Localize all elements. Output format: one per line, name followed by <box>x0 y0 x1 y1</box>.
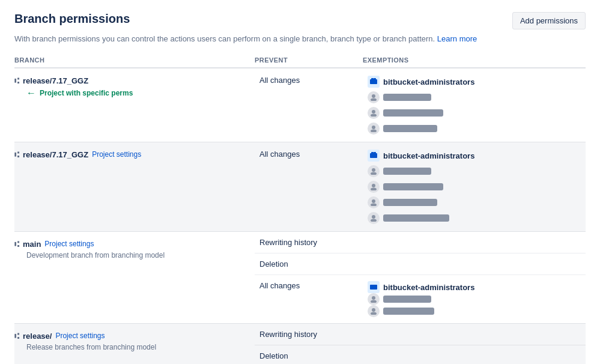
svg-rect-1 <box>371 78 374 80</box>
prevent-sub-cell: Rewriting history <box>255 232 363 253</box>
branch-sub-label: Release branches from branching model <box>14 343 250 351</box>
svg-point-16 <box>372 199 375 203</box>
svg-point-6 <box>371 114 377 117</box>
user-avatar-icon <box>368 165 380 177</box>
redacted-bar <box>383 168 431 175</box>
annotation-container: ← Project with specific perms <box>26 88 250 99</box>
branch-name: release/ <box>23 332 52 341</box>
exemption-name: bitbucket-administrators <box>383 151 474 160</box>
svg-point-15 <box>371 188 377 191</box>
exemption-row <box>368 91 581 103</box>
prevent-cell: All changes <box>255 68 363 142</box>
svg-rect-20 <box>370 285 377 290</box>
exemption-name: bitbucket-administrators <box>383 283 474 292</box>
user-avatar-icon <box>368 293 380 305</box>
branch-name: main <box>23 240 41 249</box>
exemption-sub-cell: bitbucket-administrators <box>363 275 586 323</box>
learn-more-link[interactable]: Learn more <box>437 34 477 43</box>
exemption-row <box>368 123 581 135</box>
user-avatar-icon <box>368 305 380 317</box>
branch-icon: ⑆ <box>14 150 19 159</box>
prevent-text: Deletion <box>259 259 288 268</box>
branch-sub-label: Development branch from branching model <box>14 251 250 259</box>
exemption-row <box>368 181 581 193</box>
prevent-sub-cell: Rewriting history <box>255 324 363 345</box>
svg-rect-9 <box>370 153 377 158</box>
prevent-cell: All changes <box>255 142 363 231</box>
annotation-text: Project with specific perms <box>40 89 133 97</box>
group-avatar-icon <box>368 76 380 88</box>
prevent-sub-cell: Deletion <box>255 253 363 275</box>
svg-rect-0 <box>370 79 377 84</box>
svg-point-4 <box>371 99 377 102</box>
user-avatar-icon <box>368 123 380 135</box>
prevent-text: All changes <box>259 150 358 159</box>
svg-point-12 <box>372 168 375 172</box>
col-header-prevent: Prevent <box>255 56 363 64</box>
redacted-bar <box>383 109 443 117</box>
col-header-branch: Branch <box>14 56 255 64</box>
prevent-sub-cell: Deletion <box>255 345 363 364</box>
exemptions-cell: bitbucket-administrators <box>363 68 586 142</box>
table-row: ⑆ release/ Project settings Release bran… <box>14 324 586 364</box>
branch-cell: ⑆ release/7.17_GGZ Project settings <box>14 142 255 231</box>
exemption-sub-cell <box>363 324 586 345</box>
svg-rect-11 <box>374 152 376 154</box>
svg-point-22 <box>371 300 377 303</box>
branch-name-row: ⑆ release/7.17_GGZ Project settings <box>14 150 250 159</box>
user-avatar-icon <box>368 107 380 119</box>
table-row: ⑆ release/7.17_GGZ Project settings All … <box>14 142 586 232</box>
project-settings-link[interactable]: Project settings <box>92 150 141 159</box>
svg-point-14 <box>372 184 375 187</box>
svg-point-18 <box>372 215 375 219</box>
exemption-row: bitbucket-administrators <box>368 150 581 162</box>
svg-point-23 <box>372 308 375 312</box>
prevent-text: Rewriting history <box>259 238 317 247</box>
table-row: ⑆ release/7.17_GGZ ← Project with specif… <box>14 68 586 142</box>
exemption-row: bitbucket-administrators <box>368 76 581 88</box>
prevent-exemptions-col: Rewriting history Deletion All changes b… <box>255 232 586 323</box>
exemption-row <box>368 165 581 177</box>
annotation-arrow-icon: ← <box>26 88 36 99</box>
exemption-row: bitbucket-administrators <box>368 281 581 293</box>
exemption-sub-cell <box>363 232 586 253</box>
svg-point-19 <box>371 219 377 222</box>
svg-rect-10 <box>371 152 374 154</box>
redacted-bar <box>383 308 434 315</box>
branch-name: release/7.17_GGZ <box>23 150 88 159</box>
add-permissions-button[interactable]: Add permissions <box>512 12 586 29</box>
user-avatar-icon <box>368 181 380 193</box>
exemption-row <box>368 196 581 208</box>
user-avatar-icon <box>368 196 380 208</box>
svg-point-8 <box>371 130 377 133</box>
branch-name-row: ⑆ main Project settings <box>14 239 250 249</box>
svg-point-5 <box>372 110 375 114</box>
exemption-row <box>368 212 581 224</box>
branch-name-row: ⑆ release/7.17_GGZ <box>14 76 250 85</box>
table-row: ⑆ main Project settings Development bran… <box>14 232 586 324</box>
group-avatar-icon <box>368 281 380 293</box>
redacted-bar <box>383 183 443 190</box>
branch-cell: ⑆ release/ Project settings Release bran… <box>14 324 255 364</box>
svg-point-13 <box>371 172 377 175</box>
svg-point-24 <box>371 312 377 315</box>
group-avatar-icon <box>368 150 380 162</box>
branch-icon: ⑆ <box>14 239 19 249</box>
prevent-text: All changes <box>259 76 358 85</box>
branch-cell: ⑆ release/7.17_GGZ ← Project with specif… <box>14 68 255 142</box>
redacted-bar <box>383 214 449 222</box>
redacted-bar <box>383 94 431 101</box>
exemption-sub-cell <box>363 253 586 275</box>
svg-point-21 <box>372 296 375 300</box>
redacted-bar <box>383 296 431 303</box>
project-settings-link[interactable]: Project settings <box>44 240 94 248</box>
redacted-bar <box>383 199 437 206</box>
redacted-bar <box>383 125 437 132</box>
branch-name: release/7.17_GGZ <box>23 76 88 85</box>
svg-point-17 <box>371 204 377 207</box>
prevent-sub-cell: All changes <box>255 275 363 323</box>
prevent-text: Rewriting history <box>259 330 317 339</box>
prevent-text: All changes <box>259 281 300 290</box>
project-settings-link[interactable]: Project settings <box>55 332 105 340</box>
exemptions-cell: bitbucket-administrators <box>363 142 586 231</box>
